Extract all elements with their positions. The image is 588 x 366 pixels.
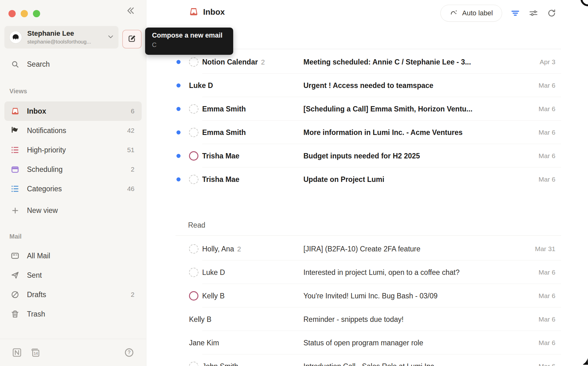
email-row[interactable]: Emma Smith [Scheduling a Call] Emma Smit… (146, 97, 588, 121)
sender-cell: Emma Smith (202, 128, 249, 137)
read-email-list: Holly, Ana 2 [JIRA] (B2FA-10) Create 2FA… (146, 237, 588, 366)
sidebar-item-all-mail[interactable]: All Mail (4, 246, 142, 265)
section-divider (176, 235, 561, 236)
sidebar-item-categories[interactable]: Categories 46 (4, 179, 142, 198)
sender-avatar[interactable] (189, 268, 198, 277)
sidebar-item-sent[interactable]: Sent (4, 265, 142, 285)
email-row[interactable]: Holly, Ana 2 [JIRA] (B2FA-10) Create 2FA… (146, 237, 588, 260)
svg-text:14: 14 (34, 351, 38, 356)
email-row[interactable]: Kelly B You're Invited! Lumi Inc. Bug Ba… (146, 284, 588, 307)
sidebar-item-count: 2 (131, 291, 134, 298)
email-sender: Kelly B (189, 315, 212, 323)
zoom-window-button[interactable] (33, 10, 40, 17)
views-list: Inbox 6 Notifications 42 High-priority 5… (0, 101, 146, 198)
email-sender: Holly, Ana (202, 245, 234, 253)
email-sender: Jane Kim (189, 338, 219, 347)
email-row[interactable]: John Smith Introduction Call - Sales Rol… (146, 354, 588, 366)
double-chevron-left-icon (126, 6, 135, 17)
sender-avatar[interactable] (189, 291, 198, 301)
sender-cell: Jane Kim (189, 338, 222, 347)
auto-label-button[interactable]: Auto label (440, 5, 502, 22)
email-row[interactable]: Emma Smith More information in Lumi Inc.… (146, 121, 588, 144)
thread-count: 2 (261, 58, 265, 66)
drafts-icon (10, 290, 20, 299)
new-view-label: New view (27, 206, 58, 215)
page-title: Inbox (203, 7, 225, 17)
trash-icon (10, 309, 20, 319)
sidebar-item-inbox[interactable]: Inbox 6 (4, 101, 142, 121)
sender-avatar[interactable] (189, 57, 198, 67)
sidebar-item-label: Scheduling (27, 165, 63, 174)
email-row[interactable]: Luke D Interested in project Lumi, open … (146, 260, 588, 284)
compose-button[interactable] (122, 30, 142, 49)
sidebar-item-trash[interactable]: Trash (4, 304, 142, 324)
email-sender: Notion Calendar (202, 58, 258, 66)
minimize-window-button[interactable] (21, 10, 28, 17)
notion-app-icon[interactable] (12, 347, 22, 358)
email-sender: Trisha Mae (202, 152, 239, 160)
display-settings-button[interactable] (528, 8, 538, 18)
notion-calendar-app-icon[interactable]: 14 (30, 347, 40, 358)
collapse-sidebar-button[interactable] (124, 5, 137, 18)
sidebar-item-scheduling[interactable]: Scheduling 2 (4, 160, 142, 179)
help-button[interactable]: ? (124, 347, 134, 358)
sidebar-item-high-priority[interactable]: High-priority 51 (4, 140, 142, 160)
email-date: Mar 6 (538, 129, 555, 136)
sender-avatar[interactable] (189, 151, 198, 161)
search-label: Search (27, 60, 50, 69)
sidebar-item-count: 6 (131, 107, 134, 115)
window-controls (8, 10, 40, 17)
filter-button[interactable] (510, 8, 520, 18)
tooltip-label: Compose a new email (152, 32, 226, 39)
email-row[interactable]: Kelly B Reminder - snippets due today! M… (146, 307, 588, 331)
mail-list: All Mail Sent Drafts 2 Trash (0, 246, 146, 324)
refresh-button[interactable] (547, 8, 557, 18)
account-name: Stephanie Lee (27, 29, 105, 38)
email-date: Apr 3 (540, 58, 555, 66)
email-row[interactable]: Trisha Mae Budget inputs needed for H2 2… (146, 144, 588, 168)
email-subject: Update on Project Lumi (303, 175, 384, 183)
sender-cell: Trisha Mae (202, 175, 243, 183)
sender-cell: Kelly B (202, 291, 228, 300)
filter-icon (511, 8, 520, 18)
email-row[interactable]: Trisha Mae Update on Project Lumi Mar 6 (146, 168, 588, 191)
sidebar: Stephanie Lee stephanie@toolsforthoug...… (0, 0, 146, 366)
email-subject: Status of open program manager role (303, 338, 423, 347)
sidebar-item-drafts[interactable]: Drafts 2 (4, 285, 142, 304)
new-view-button[interactable]: New view (4, 201, 142, 220)
sender-avatar[interactable] (189, 362, 198, 366)
email-row[interactable]: Luke D Urgent ! Access needed to teamspa… (146, 74, 588, 97)
email-sender: Luke D (189, 81, 213, 90)
inbox-panel: Inbox Auto label Notion Calendar 2 Meeti… (146, 0, 588, 366)
auto-label-icon (450, 8, 459, 18)
search-icon (10, 59, 20, 69)
sidebar-item-count: 2 (131, 166, 134, 173)
unread-email-list: Notion Calendar 2 Meeting scheduled: Ann… (146, 50, 588, 191)
email-row[interactable]: Jane Kim Status of open program manager … (146, 331, 588, 354)
plus-icon (10, 206, 20, 215)
close-window-button[interactable] (8, 10, 16, 17)
inbox-icon (189, 7, 199, 17)
unread-dot-icon (176, 177, 181, 181)
views-section-header: Views (9, 88, 27, 95)
sender-cell: Luke D (202, 268, 228, 276)
email-date: Mar 6 (538, 82, 555, 89)
sender-cell: Notion Calendar 2 (202, 58, 265, 66)
sender-cell: Emma Smith (202, 105, 249, 113)
sent-icon (10, 271, 20, 280)
account-switcher[interactable]: Stephanie Lee stephanie@toolsforthoug... (4, 26, 118, 49)
sender-avatar[interactable] (189, 128, 198, 137)
sender-cell: Luke D (189, 81, 216, 90)
email-date: Mar 6 (538, 105, 555, 113)
search-section: Search (0, 54, 146, 74)
auto-label-label: Auto label (462, 9, 493, 17)
section-divider (176, 49, 561, 49)
thread-count: 2 (237, 245, 241, 253)
sidebar-item-label: Notifications (27, 126, 66, 135)
email-subject: Urgent ! Access needed to teamspace (303, 81, 433, 90)
sidebar-item-notifications[interactable]: Notifications 42 (4, 121, 142, 140)
sender-avatar[interactable] (189, 104, 198, 114)
sender-avatar[interactable] (189, 175, 198, 184)
search-button[interactable]: Search (4, 54, 142, 74)
sender-avatar[interactable] (189, 244, 198, 254)
